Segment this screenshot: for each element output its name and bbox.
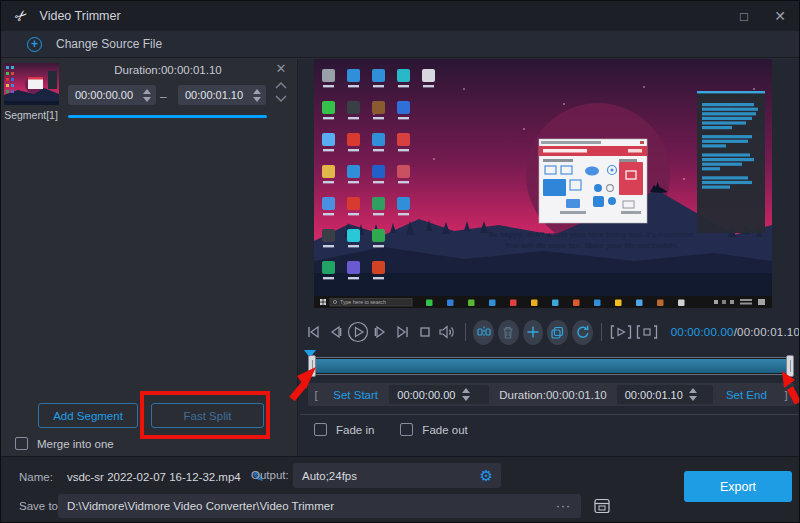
segments-panel: Segment[1] Duration:00:00:01.10 00:00:00… [1, 59, 297, 456]
plus-circle-icon: + [27, 37, 42, 52]
maximize-button[interactable]: □ [727, 1, 761, 31]
copy-button[interactable] [547, 320, 568, 345]
browse-dots-button[interactable]: ··· [546, 499, 581, 513]
trim-start-handle[interactable] [308, 355, 316, 377]
reset-button[interactable] [572, 320, 593, 345]
skip-to-end-button[interactable] [391, 322, 413, 342]
skip-to-start-button[interactable] [302, 322, 324, 342]
stop-clip-button[interactable] [634, 322, 661, 342]
save-path-value: D:\Vidmore\Vidmore Video Converter\Video… [58, 500, 546, 512]
bracket-right: ] [778, 389, 794, 401]
trim-start-stepper[interactable] [459, 388, 475, 401]
change-source-label: Change Source File [56, 37, 162, 51]
export-button[interactable]: Export [684, 471, 792, 502]
delete-segment-icon[interactable]: ✕ [272, 61, 290, 76]
delete-button[interactable] [498, 320, 519, 345]
sticky-notes-panel [697, 91, 765, 233]
fade-in-checkbox[interactable] [314, 423, 327, 436]
total-time: /00:00:01.10 [734, 326, 800, 338]
fade-out-label: Fade out [422, 424, 467, 436]
trim-end-value: 00:00:01.10 [617, 389, 687, 401]
segment-progress-bar [68, 115, 267, 118]
scissors-icon: ✂ [11, 5, 32, 27]
move-segment-up-icon[interactable] [274, 81, 288, 90]
segment-end-stepper[interactable] [250, 89, 266, 102]
timeline-selection[interactable] [316, 359, 786, 373]
fast-split-button[interactable]: Fast Split [151, 403, 264, 428]
window-title: Video Trimmer [40, 9, 121, 23]
time-display: 00:00:00.00/00:00:01.10 [671, 326, 800, 338]
add-button[interactable] [523, 320, 544, 345]
titlebar: ✂ Video Trimmer □ ✕ [1, 1, 800, 31]
trim-duration-label: Duration:00:00:01.10 [491, 389, 614, 401]
segment-start-input[interactable]: 00:00:00.00 [68, 85, 156, 105]
divider [300, 414, 800, 415]
trim-start-value: 00:00:00.00 [389, 389, 459, 401]
close-button[interactable]: ✕ [763, 1, 797, 31]
next-frame-button[interactable] [369, 322, 391, 342]
split-button[interactable] [473, 320, 494, 345]
taskbar: Type here to search [314, 296, 772, 308]
set-end-button[interactable]: Set End [715, 389, 778, 401]
previous-frame-button[interactable] [324, 322, 346, 342]
gear-icon[interactable]: ⚙ [480, 467, 501, 485]
wallpaper-quote-line1: Be happy, don't waste your time being sa… [488, 230, 696, 239]
stop-button[interactable] [414, 322, 436, 342]
file-name: vsdc-sr 2022-02-07 16-12-32.mp4 [67, 471, 241, 483]
segment-end-value: 00:00:01.10 [178, 89, 250, 101]
fade-out-checkbox[interactable] [400, 423, 413, 436]
preview-panel: Be happy, don't waste your time being sa… [297, 59, 800, 456]
segment-thumbnail[interactable] [4, 63, 59, 105]
taskbar-search-text: Type here to search [340, 299, 386, 305]
play-clip-button[interactable] [608, 322, 635, 342]
change-source-row[interactable]: + Change Source File [1, 31, 800, 58]
segment-start-stepper[interactable] [140, 89, 156, 102]
save-path-input[interactable]: D:\Vidmore\Vidmore Video Converter\Video… [58, 494, 581, 518]
trim-end-input[interactable]: 00:00:01.10 [617, 385, 713, 404]
segment-label: Segment[1] [1, 109, 61, 121]
transport-controls: 00:00:00.00/00:00:01.10 [302, 314, 800, 350]
trim-end-stepper[interactable] [687, 388, 703, 401]
play-button[interactable] [347, 322, 369, 342]
save-to-label: Save to: [19, 500, 61, 512]
trim-start-input[interactable]: 00:00:00.00 [389, 385, 489, 404]
trim-end-handle[interactable] [786, 355, 794, 377]
output-format-value: Auto;24fps [293, 470, 480, 482]
segment-end-input[interactable]: 00:00:01.10 [178, 85, 266, 105]
fade-in-label: Fade in [336, 424, 374, 436]
wallpaper-quote-line2: You will die soon too. Make your life wo… [505, 241, 679, 250]
current-time: 00:00:00.00 [671, 326, 734, 338]
range-dash: – [160, 90, 167, 104]
name-label: Name: [19, 471, 53, 483]
fade-options: Fade in Fade out [314, 423, 468, 436]
output-label: Output: [251, 469, 289, 481]
output-format-select[interactable]: Auto;24fps ⚙ [293, 463, 501, 488]
merge-into-one-checkbox[interactable] [15, 437, 28, 450]
timeline-track[interactable] [308, 357, 794, 375]
output-bar: Name: vsdc-sr 2022-02-07 16-12-32.mp4 ✎ … [1, 456, 800, 523]
trim-settings-row: [ Set Start 00:00:00.00 Duration:00:00:0… [308, 383, 794, 406]
bracket-left: [ [308, 389, 324, 401]
segment-card: Segment[1] Duration:00:00:01.10 00:00:00… [1, 59, 297, 179]
merge-into-one-label: Merge into one [37, 438, 114, 450]
move-segment-down-icon[interactable] [274, 94, 288, 103]
open-folder-button[interactable] [589, 494, 615, 518]
set-start-button[interactable]: Set Start [324, 389, 387, 401]
video-frame: Be happy, don't waste your time being sa… [314, 59, 772, 308]
segment-duration-label: Duration:00:00:01.10 [69, 64, 267, 76]
volume-button[interactable] [436, 322, 458, 342]
screen-recorder-dialog [539, 139, 647, 223]
add-segment-button[interactable]: Add Segment [38, 403, 138, 428]
segment-start-value: 00:00:00.00 [68, 89, 140, 101]
video-trimmer-window: ✂ Video Trimmer □ ✕ + Change Source File [0, 0, 800, 523]
